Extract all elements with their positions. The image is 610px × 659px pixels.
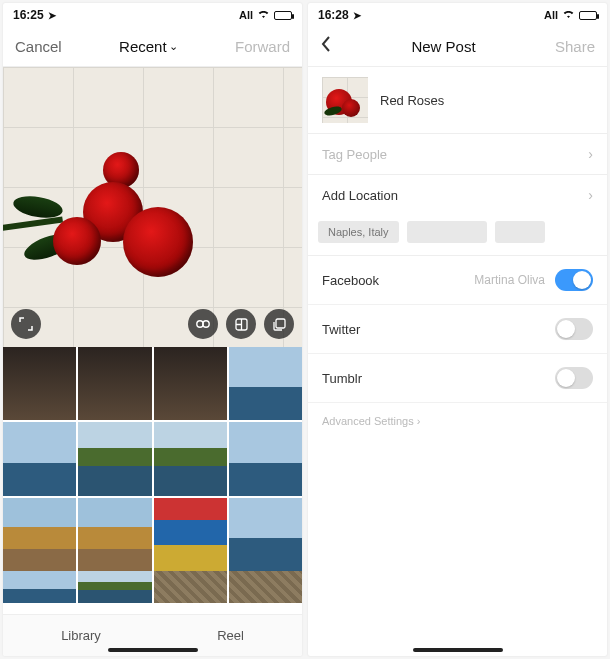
battery-icon [579,11,597,20]
post-thumbnail[interactable] [322,77,368,123]
location-arrow-icon: ➤ [48,10,56,21]
battery-icon [274,11,292,20]
bottom-tabs: Library Reel [3,614,302,656]
caption-input[interactable]: Red Roses [380,93,444,108]
photo-grid [3,347,302,571]
grid-thumb[interactable] [78,347,151,420]
multi-select-icon[interactable] [264,309,294,339]
status-bar: 16:28 ➤ All [308,3,607,27]
boomerang-icon[interactable] [188,309,218,339]
advanced-settings-link[interactable]: Advanced Settings › [308,403,607,439]
grid-thumb[interactable] [154,498,227,571]
selected-photo-preview[interactable] [3,67,302,347]
home-indicator [108,648,198,652]
grid-thumb[interactable] [229,571,302,603]
add-location-row[interactable]: Add Location › [308,174,607,215]
grid-thumb[interactable] [3,498,76,571]
grid-thumb[interactable] [3,347,76,420]
grid-thumb[interactable] [78,571,151,603]
picker-navbar: Cancel Recent ⌄ Forward [3,27,302,67]
grid-thumb[interactable] [3,571,76,603]
page-title: New Post [411,38,475,55]
tag-people-row[interactable]: Tag People › [308,133,607,174]
facebook-label: Facebook [322,273,379,288]
status-bar: 16:25 ➤ All [3,3,302,27]
share-facebook-row: Facebook Martina Oliva [308,256,607,305]
rose-photo [3,127,223,327]
twitter-toggle[interactable] [555,318,593,340]
share-button[interactable]: Share [555,38,595,55]
clock: 16:28 [318,8,349,22]
grid-thumb[interactable] [78,498,151,571]
album-selector[interactable]: Recent ⌄ [119,38,178,55]
tab-reel[interactable]: Reel [217,628,244,643]
back-button[interactable] [320,35,332,58]
share-tumblr-row: Tumblr [308,354,607,403]
grid-thumb[interactable] [229,422,302,495]
facebook-account: Martina Oliva [474,273,545,287]
chevron-right-icon: › [588,187,593,203]
location-chip[interactable]: placeholder [407,221,487,243]
grid-thumb[interactable] [229,498,302,571]
carrier-label: All [544,9,558,21]
facebook-toggle[interactable] [555,269,593,291]
grid-thumb[interactable] [154,571,227,603]
layout-icon[interactable] [226,309,256,339]
album-title: Recent [119,38,167,55]
new-post-screen: 16:28 ➤ All New Post Share Red Roses [308,3,607,656]
chevron-right-icon: › [588,146,593,162]
tumblr-toggle[interactable] [555,367,593,389]
expand-icon[interactable] [11,309,41,339]
home-indicator [413,648,503,652]
grid-thumb[interactable] [3,422,76,495]
chevron-down-icon: ⌄ [169,40,178,53]
wifi-icon [257,9,270,21]
picker-screen: 16:25 ➤ All Cancel Recent ⌄ Forward [3,3,302,656]
cancel-button[interactable]: Cancel [15,38,62,55]
grid-thumb[interactable] [154,347,227,420]
grid-thumb[interactable] [154,422,227,495]
grid-thumb[interactable] [78,422,151,495]
location-suggestions: Naples, Italy placeholder ph [308,215,607,256]
tag-people-label: Tag People [322,147,387,162]
forward-button[interactable]: Forward [235,38,290,55]
photo-grid-partial [3,571,302,603]
share-twitter-row: Twitter [308,305,607,354]
twitter-label: Twitter [322,322,360,337]
tab-library[interactable]: Library [61,628,101,643]
svg-rect-3 [276,319,285,328]
clock: 16:25 [13,8,44,22]
location-chip[interactable]: ph [495,221,545,243]
tumblr-label: Tumblr [322,371,362,386]
location-arrow-icon: ➤ [353,10,361,21]
wifi-icon [562,9,575,21]
grid-thumb[interactable] [229,347,302,420]
newpost-navbar: New Post Share [308,27,607,67]
compose-area: Red Roses [308,67,607,133]
carrier-label: All [239,9,253,21]
add-location-label: Add Location [322,188,398,203]
location-chip[interactable]: Naples, Italy [318,221,399,243]
